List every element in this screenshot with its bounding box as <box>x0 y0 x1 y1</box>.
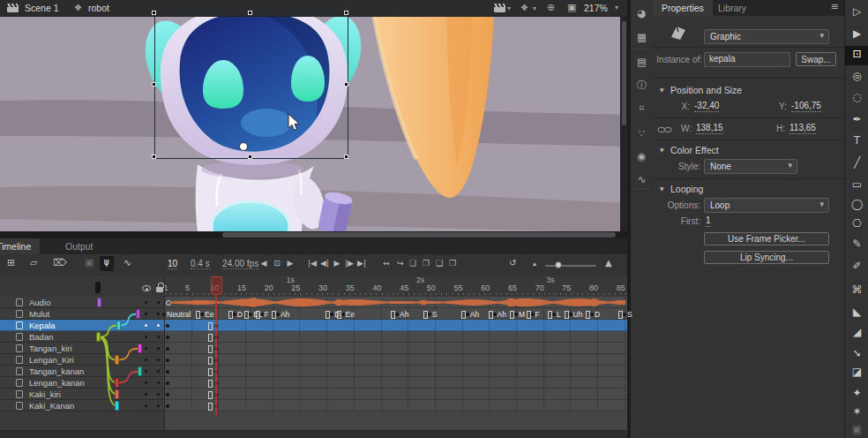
gradient-transform-tool[interactable]: ◎ <box>845 71 868 81</box>
camera-icon[interactable]: ▣ <box>85 258 94 268</box>
symbol-type-dropdown[interactable]: Graphic ▾ <box>704 29 829 44</box>
layer-lock-dot[interactable] <box>157 359 160 361</box>
layer-row-frames[interactable] <box>165 343 627 354</box>
loop-options-dropdown[interactable]: Loop ▾ <box>704 198 829 213</box>
parent-column-header-icon[interactable] <box>95 282 101 293</box>
lock-icon[interactable] <box>156 283 164 293</box>
selection-tool[interactable]: ▷ <box>845 6 868 17</box>
selection-handle[interactable] <box>152 82 156 87</box>
stage-zoom-level[interactable]: 217% <box>584 3 608 13</box>
edit-scene-chevron-icon[interactable]: ▾ <box>507 5 511 12</box>
layer-visible-dot[interactable] <box>145 324 147 327</box>
selection-handle[interactable] <box>344 155 348 159</box>
x-value[interactable]: -32,40 <box>694 101 719 112</box>
selection-handle[interactable] <box>248 155 252 159</box>
layer-row-frames[interactable] <box>165 331 627 343</box>
elapsed-time-value[interactable]: 0.4 s <box>191 259 210 269</box>
timeline-zoom-knob[interactable] <box>555 261 562 268</box>
panel-menu-icon[interactable]: ≡ <box>831 2 839 11</box>
stage-zoom-chevron-icon[interactable]: ▾ <box>615 4 618 11</box>
layer-visible-dot[interactable] <box>145 381 147 384</box>
paint-bucket-tool[interactable]: ◣ <box>845 306 868 317</box>
ruler-frame-number[interactable]: 85 <box>612 283 630 292</box>
layer-parent-swatch[interactable] <box>136 309 140 319</box>
playhead-marker[interactable] <box>211 276 222 295</box>
ruler-frame-number[interactable]: 70 <box>531 283 549 292</box>
layer-lock-dot[interactable] <box>157 336 160 338</box>
stage-hscroll-thumb[interactable] <box>222 232 616 238</box>
layer-row-frames[interactable] <box>165 400 627 412</box>
graph-editor-icon[interactable]: ∿ <box>123 258 131 268</box>
lip-syncing-button[interactable]: Lip Syncing... <box>704 251 829 264</box>
cc-libraries-icon[interactable]: ◉ <box>631 152 653 162</box>
w-value[interactable]: 138,15 <box>696 123 723 134</box>
text-tool[interactable]: T <box>845 135 868 146</box>
y-value[interactable]: -106,75 <box>791 101 821 112</box>
ruler-frame-number[interactable]: 25 <box>287 283 304 292</box>
selection-handle[interactable] <box>344 82 348 87</box>
layer-parent-swatch[interactable] <box>96 332 101 342</box>
stage-viewport[interactable] <box>0 16 627 231</box>
edit-symbol-chevron-icon[interactable]: ▾ <box>533 5 536 12</box>
instance-name-field[interactable]: kepala <box>704 52 790 67</box>
layer-lock-dot[interactable] <box>157 324 160 327</box>
swatches-icon[interactable]: ▦ <box>631 33 653 43</box>
ruler-frame-number[interactable]: 60 <box>476 283 494 292</box>
asset-warp-tool[interactable]: ✦ <box>845 388 868 398</box>
layer-row-frames[interactable] <box>165 366 627 377</box>
ruler-frame-number[interactable]: 35 <box>341 283 359 292</box>
new-folder-icon[interactable]: ▱ <box>30 258 37 268</box>
stage-hscrollbar[interactable] <box>0 231 627 238</box>
color-palette-icon[interactable]: ◕ <box>631 9 653 19</box>
section-position-header[interactable]: ▼ Position and Size <box>670 85 742 95</box>
layer-visible-dot[interactable] <box>145 336 147 338</box>
selection-handle[interactable] <box>248 11 252 15</box>
new-layer-icon[interactable]: ⊞ <box>7 258 15 268</box>
first-frame-value[interactable]: 1 <box>706 215 711 227</box>
rectangle-tool[interactable]: ▭ <box>845 179 868 190</box>
ruler-frame-number[interactable]: 80 <box>585 283 602 292</box>
timeline-zoom-in-icon[interactable]: ▲ <box>605 259 612 268</box>
layer-lock-dot[interactable] <box>157 370 160 373</box>
polystar-tool[interactable]: ⎔ <box>845 218 868 229</box>
layer-lock-dot[interactable] <box>157 404 160 407</box>
h-value[interactable]: 113,65 <box>789 123 816 134</box>
selection-handle[interactable] <box>344 11 348 15</box>
step-forward-icon[interactable]: ▶ <box>282 260 298 268</box>
pencil-tool[interactable]: ✎ <box>845 238 868 249</box>
edit-scene-icon[interactable] <box>494 4 505 12</box>
lasso-tool[interactable]: ◌ <box>845 92 868 102</box>
ruler-frame-number[interactable]: 20 <box>260 283 278 292</box>
transform-icon[interactable]: ⌗ <box>631 103 653 114</box>
layer-parent-swatch[interactable] <box>115 389 119 399</box>
timeline-bottom-scrollbar[interactable] <box>0 430 627 438</box>
layer-visible-dot[interactable] <box>145 313 147 315</box>
section-looping-header[interactable]: ▼ Looping <box>670 184 703 194</box>
ruler-frame-number[interactable]: 50 <box>423 283 440 292</box>
ruler-frame-number[interactable]: 55 <box>450 283 468 292</box>
tab-output[interactable]: Output <box>56 238 102 254</box>
line-tool[interactable]: ╱ <box>845 157 868 168</box>
layer-lock-dot[interactable] <box>157 301 160 304</box>
layer-row-frames[interactable] <box>165 377 627 389</box>
eraser-tool[interactable]: ◪ <box>845 366 868 377</box>
stage-vscroll-thumb[interactable] <box>622 21 626 125</box>
frame-rate-value[interactable]: 24.00 fps <box>222 259 258 269</box>
free-transform-tool[interactable]: ⊡ <box>845 49 868 59</box>
layer-visible-dot[interactable] <box>145 393 147 396</box>
layer-row-frames[interactable] <box>165 354 627 366</box>
go-last-frame-icon[interactable]: ▶| <box>354 260 370 268</box>
lock-aspect-icon[interactable] <box>657 125 672 135</box>
layer-visible-dot[interactable] <box>145 359 147 361</box>
onion-marker-icon[interactable]: ❒ <box>445 260 460 268</box>
motion-editor-icon[interactable]: ∿ <box>631 175 653 185</box>
bone-tool[interactable]: ⌘ <box>845 284 868 295</box>
clip-content-icon[interactable]: ▣ <box>567 3 576 12</box>
edit-symbol-icon[interactable]: ❖ <box>520 4 528 12</box>
layer-parent-swatch[interactable] <box>97 298 101 307</box>
layer-lock-dot[interactable] <box>157 347 160 350</box>
layer-row-frames[interactable] <box>165 389 627 400</box>
subselection-tool[interactable]: ▶ <box>845 28 868 39</box>
ruler-frame-number[interactable]: 15 <box>233 283 251 292</box>
layer-visible-dot[interactable] <box>145 347 147 350</box>
